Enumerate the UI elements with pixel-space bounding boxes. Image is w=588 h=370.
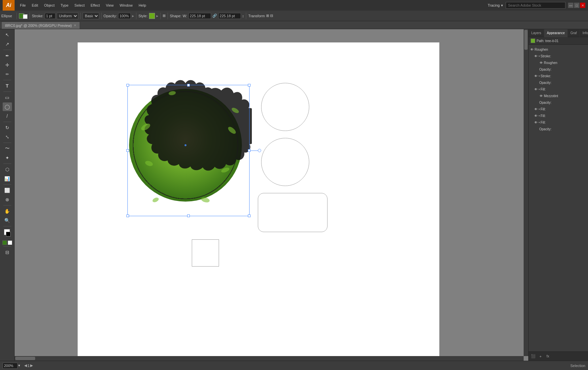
rounded-rect[interactable] [258, 193, 328, 232]
rotation-handle[interactable] [258, 149, 261, 152]
maximize-button[interactable]: □ [574, 3, 579, 8]
style-color-box[interactable] [149, 13, 155, 19]
handle-ml[interactable] [126, 149, 129, 152]
direct-selection-tool[interactable]: ↗ [3, 40, 12, 48]
menu-edit[interactable]: Edit [29, 2, 41, 9]
handle-mr[interactable] [248, 149, 251, 152]
small-square[interactable] [192, 239, 219, 267]
opacity-sub-1[interactable]: Opacity: Default [529, 66, 588, 73]
color-boxes[interactable] [3, 229, 12, 238]
fill-row-4[interactable]: 👁 ▾ Fill: [529, 119, 588, 126]
menu-help[interactable]: Help [136, 2, 149, 9]
eye-icon-5[interactable]: 👁 [534, 87, 538, 91]
free-transform-tool[interactable]: ✦ [3, 154, 12, 162]
v-scroll-thumb[interactable] [524, 30, 528, 50]
brush-select[interactable]: Basic [83, 13, 99, 19]
fx-footer-icon[interactable]: fx [545, 354, 551, 359]
fill-row-1[interactable]: 👁 ▾ Fill: [529, 86, 588, 92]
zoom-arrow[interactable]: ▾ [18, 363, 20, 368]
expand-arrow-3[interactable]: ▾ [539, 88, 540, 91]
stroke-value-input[interactable] [45, 13, 55, 19]
slice-tool[interactable]: ⊗ [3, 195, 12, 204]
eye-icon-4[interactable]: 👁 [534, 74, 538, 78]
artboard-next[interactable]: ▶ [30, 363, 33, 368]
search-adobe-stock-input[interactable] [506, 2, 565, 9]
graf-tab[interactable]: Graf [568, 29, 580, 37]
hand-tool[interactable]: ✋ [3, 207, 12, 216]
circle1[interactable] [261, 83, 309, 131]
opacity-input[interactable] [118, 13, 131, 19]
column-graph-tool[interactable]: 📊 [3, 174, 12, 183]
close-button[interactable]: ✕ [580, 3, 585, 8]
expand-arrow-5[interactable]: ▾ [539, 114, 540, 117]
line-tool[interactable]: / [3, 112, 12, 120]
fill-row-3[interactable]: 👁 ▾ Fill: [529, 112, 588, 119]
symbol-tool[interactable]: ⬡ [3, 165, 12, 174]
handle-br[interactable] [248, 215, 251, 217]
menu-effect[interactable]: Effect [88, 2, 103, 9]
opacity-arrow[interactable]: ▸ [132, 14, 134, 18]
warp-tool[interactable]: 〜 [3, 144, 12, 153]
stroke-row-1[interactable]: 👁 ▾ Stroke: 1 pt [529, 53, 588, 59]
add-icon[interactable]: + [538, 354, 543, 359]
h-scroll-thumb[interactable] [15, 357, 35, 360]
zoom-input[interactable] [3, 363, 18, 369]
menu-view[interactable]: View [103, 2, 116, 9]
layers-tab[interactable]: Layers [529, 29, 544, 37]
appearance-tab[interactable]: Appearance [544, 29, 568, 37]
type-tool[interactable]: T [3, 82, 12, 90]
style-expand[interactable]: ▸ [156, 14, 158, 18]
vertical-scrollbar[interactable] [524, 29, 528, 356]
eye-icon-2[interactable]: 👁 [534, 54, 538, 58]
canvas-area[interactable] [15, 29, 528, 361]
stroke-box[interactable] [6, 232, 11, 236]
artboard-tool[interactable]: ⬜ [3, 186, 12, 195]
eye-icon-8[interactable]: 👁 [534, 114, 538, 118]
fill-control[interactable] [19, 13, 28, 19]
expand-arrow-1[interactable]: ▾ [539, 55, 540, 58]
workspace-selector[interactable]: Tracing ▾ [488, 3, 503, 8]
mezzotint-row[interactable]: 👁 Mezzotint fx [529, 92, 588, 99]
eye-icon-1[interactable]: 👁 [530, 47, 534, 51]
eye-icon-6[interactable]: 👁 [539, 94, 543, 98]
height-input[interactable] [218, 13, 241, 19]
tab-close-button[interactable]: ✕ [74, 24, 76, 27]
stroke-row-2[interactable]: 👁 ▾ Stroke: 1 pt [529, 73, 588, 79]
color-mode-none[interactable] [8, 240, 12, 245]
minimize-button[interactable]: — [568, 3, 573, 8]
expand-arrow-6[interactable]: ▾ [539, 121, 540, 124]
ellipse-tool[interactable]: ◯ [3, 102, 12, 111]
scale-tool[interactable]: ⤡ [3, 133, 12, 141]
menu-file[interactable]: File [17, 2, 29, 9]
eye-icon-7[interactable]: 👁 [534, 107, 538, 111]
roughen-sub-1[interactable]: 👁 Roughen fx [529, 59, 588, 66]
stroke-profile-select[interactable]: Uniform [57, 13, 78, 19]
opacity-sub-2[interactable]: Opacity: Default [529, 79, 588, 86]
roughen-row-1[interactable]: 👁 Roughen fx [529, 46, 588, 53]
selection-tool[interactable]: ↖ [3, 31, 12, 39]
handle-bl[interactable] [126, 215, 129, 217]
handle-bm[interactable] [187, 215, 190, 217]
handle-tr[interactable] [248, 84, 251, 87]
rotate-tool[interactable]: ↻ [3, 123, 12, 132]
info-tab[interactable]: Info [580, 29, 588, 37]
eye-icon-9[interactable]: 👁 [534, 120, 538, 124]
zoom-tool[interactable]: 🔍 [3, 216, 12, 225]
opacity-soft-light[interactable]: Opacity: 12% Soft Light [529, 99, 588, 106]
eye-icon-3[interactable]: 👁 [539, 61, 543, 65]
artboard-prev[interactable]: ◀ [24, 363, 27, 368]
fill-row-2[interactable]: 👁 ▾ Fill: [529, 106, 588, 112]
stroke-color-box[interactable] [23, 14, 28, 19]
circle2[interactable] [261, 138, 309, 186]
rectangle-tool[interactable]: ▭ [3, 93, 12, 102]
opacity-default-final[interactable]: Opacity: Default [529, 126, 588, 132]
handle-tl[interactable] [126, 84, 129, 87]
menu-object[interactable]: Object [41, 2, 57, 9]
handle-tm[interactable] [187, 84, 190, 87]
zoom-control[interactable]: ▾ [3, 363, 20, 369]
change-screen-mode[interactable]: ⊟ [3, 248, 12, 257]
transform-align-icons[interactable]: ⊞ ⊟ [266, 14, 273, 18]
document-tab[interactable]: l8RC0.jpg* @ 200% (RGB/GPU Preview) ✕ [1, 22, 80, 29]
horizontal-scrollbar[interactable] [15, 356, 524, 361]
add-anchor-tool[interactable]: ✛ [3, 61, 12, 69]
